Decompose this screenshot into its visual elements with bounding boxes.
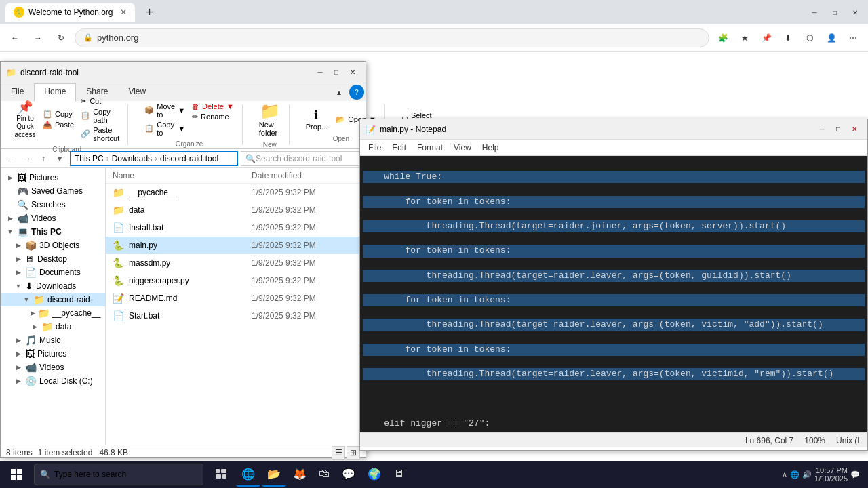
- sidebar-item-videos-2[interactable]: ▶ 📹 Videos: [1, 361, 105, 374]
- expand-icon[interactable]: ▶: [31, 309, 35, 317]
- sidebar-item-this-pc[interactable]: ▼ 💻 This PC: [1, 225, 105, 239]
- breadcrumb-part-2[interactable]: Downloads: [112, 154, 152, 163]
- expand-icon[interactable]: ▶: [14, 241, 22, 249]
- file-item-massdm-py[interactable]: 🐍 massdm.py 1/9/2025 9:32 PM: [106, 254, 366, 272]
- browser-maximize-button[interactable]: □: [827, 5, 842, 20]
- new-folder-button[interactable]: 📁 New folder: [256, 100, 283, 138]
- delete-button[interactable]: 🗑Delete▼: [189, 102, 237, 111]
- fe-forward-button[interactable]: →: [20, 151, 35, 166]
- taskbar-app-unknown[interactable]: 🖥: [388, 462, 410, 487]
- volume-icon[interactable]: 🔊: [802, 470, 812, 479]
- sidebar-item-documents[interactable]: ▶ 📄 Documents: [1, 266, 105, 279]
- notepad-close-button[interactable]: ✕: [847, 122, 862, 137]
- expand-icon[interactable]: [6, 187, 14, 195]
- ribbon-tab-view[interactable]: View: [118, 83, 156, 101]
- properties-button[interactable]: ℹ Prop...: [303, 106, 330, 132]
- collections-icon[interactable]: 📌: [757, 28, 776, 47]
- expand-icon[interactable]: ▶: [6, 174, 14, 182]
- sidebar-item-music[interactable]: ▶ 🎵 Music: [1, 333, 105, 347]
- fe-maximize-button[interactable]: □: [329, 65, 344, 80]
- profile-icon[interactable]: 👤: [822, 28, 841, 47]
- ribbon-collapse-button[interactable]: ▲: [332, 85, 347, 100]
- browser-tab[interactable]: 🐍 Welcome to Python.org ✕: [5, 3, 135, 22]
- expand-icon[interactable]: ▶: [14, 268, 22, 277]
- sidebar-item-saved-games[interactable]: 🎮 Saved Games: [1, 184, 105, 198]
- sidebar-item-local-disk[interactable]: ▶ 💿 Local Disk (C:): [1, 374, 105, 388]
- split-screen-icon[interactable]: ⬡: [800, 28, 819, 47]
- ribbon-help-button[interactable]: ?: [349, 85, 364, 100]
- column-name-header[interactable]: Name: [111, 169, 252, 182]
- expand-icon[interactable]: ▶: [31, 323, 39, 331]
- pin-to-quick-access-button[interactable]: 📌 Pin to Quick access: [12, 98, 39, 140]
- large-icons-view-button[interactable]: ⊞: [347, 446, 360, 460]
- forward-button[interactable]: →: [28, 28, 47, 47]
- start-button[interactable]: [3, 462, 30, 487]
- sidebar-item-desktop[interactable]: ▶ 🖥 Desktop: [1, 252, 105, 266]
- browser-close-button[interactable]: ✕: [848, 5, 863, 20]
- new-tab-button[interactable]: +: [140, 3, 159, 22]
- file-item-start-bat[interactable]: 📄 Start.bat 1/9/2025 9:32 PM: [106, 307, 366, 325]
- refresh-button[interactable]: ↻: [52, 28, 71, 47]
- sidebar-item-downloads[interactable]: ▼ ⬇ Downloads: [1, 279, 105, 293]
- sidebar-item-discord-raid-tool[interactable]: ▼ 📁 discord-raid-: [1, 293, 105, 306]
- fe-search-box[interactable]: 🔍 Search discord-raid-tool: [241, 151, 363, 166]
- file-item-readme-md[interactable]: 📝 README.md 1/9/2025 9:32 PM: [106, 289, 366, 307]
- sidebar-item-data[interactable]: ▶ 📁 data: [1, 320, 105, 333]
- file-item-pycache[interactable]: 📁 __pycache__ 1/9/2025 9:32 PM: [106, 184, 366, 201]
- rename-button[interactable]: ✏Rename: [189, 112, 237, 122]
- fe-up-button[interactable]: ↑: [36, 151, 51, 166]
- task-view-button[interactable]: [208, 462, 235, 487]
- breadcrumb-part-1[interactable]: This PC: [75, 154, 104, 163]
- tab-close-button[interactable]: ✕: [120, 7, 127, 17]
- code-editor[interactable]: while True: for token in tokens: threadi…: [360, 156, 867, 432]
- fe-close-button[interactable]: ✕: [345, 65, 360, 80]
- copy-button[interactable]: 📋Copy: [40, 109, 77, 119]
- browser-minimize-button[interactable]: ─: [807, 5, 822, 20]
- file-item-niggerscraper-py[interactable]: 🐍 niggerscraper.py 1/9/2025 9:32 PM: [106, 272, 366, 289]
- taskbar-clock[interactable]: 10:57 PM 1/10/2025: [814, 466, 848, 483]
- expand-icon[interactable]: ▼: [14, 282, 22, 290]
- taskbar-app-chrome[interactable]: 🌍: [362, 462, 387, 487]
- network-icon[interactable]: 🌐: [790, 470, 800, 479]
- expand-icon[interactable]: ▼: [6, 228, 14, 236]
- system-tray-icons[interactable]: ∧: [782, 470, 787, 479]
- sidebar-item-pictures-1[interactable]: ▶ 🖼 Pictures: [1, 171, 105, 184]
- copy-path-button[interactable]: 📋Copy path: [78, 107, 122, 125]
- taskbar-app-store[interactable]: 🛍: [313, 462, 335, 487]
- fe-breadcrumb[interactable]: This PC › Downloads › discord-raid-tool: [70, 151, 238, 166]
- cut-button[interactable]: ✂Cut: [78, 96, 122, 106]
- fe-recent-locations-button[interactable]: ▼: [52, 151, 67, 166]
- file-item-main-py[interactable]: 🐍 main.py 1/9/2025 9:32 PM: [106, 237, 366, 254]
- fe-back-button[interactable]: ←: [3, 151, 18, 166]
- breadcrumb-part-3[interactable]: discord-raid-tool: [160, 154, 218, 163]
- notepad-menu-edit[interactable]: Edit: [387, 142, 412, 154]
- taskbar-app-file-explorer[interactable]: 📂: [262, 462, 286, 487]
- taskbar-search-box[interactable]: 🔍 Type here to search: [34, 464, 203, 485]
- notepad-menu-view[interactable]: View: [448, 142, 477, 154]
- expand-icon[interactable]: ▶: [6, 214, 14, 222]
- taskbar-app-edge[interactable]: 🌐: [236, 462, 260, 487]
- expand-icon[interactable]: ▼: [22, 296, 31, 304]
- more-menu-icon[interactable]: ⋯: [844, 28, 863, 47]
- file-item-install-bat[interactable]: 📄 Install.bat 1/9/2025 9:32 PM: [106, 219, 366, 237]
- favorites-icon[interactable]: ★: [735, 28, 754, 47]
- expand-icon[interactable]: [6, 201, 14, 209]
- sidebar-item-pycache[interactable]: ▶ 📁 __pycache__: [1, 306, 105, 320]
- back-button[interactable]: ←: [5, 28, 24, 47]
- fe-minimize-button[interactable]: ─: [313, 65, 328, 80]
- notification-icon[interactable]: 💬: [850, 470, 860, 479]
- sidebar-item-videos-1[interactable]: ▶ 📹 Videos: [1, 211, 105, 225]
- sidebar-item-searches[interactable]: 🔍 Searches: [1, 198, 105, 211]
- extensions-icon[interactable]: 🧩: [713, 28, 732, 47]
- details-view-button[interactable]: ☰: [332, 446, 345, 460]
- taskbar-app-firefox[interactable]: 🦊: [288, 462, 312, 487]
- notepad-menu-file[interactable]: File: [363, 142, 387, 154]
- copy-to-button[interactable]: 📋Copy to▼: [142, 120, 188, 138]
- notepad-menu-format[interactable]: Format: [412, 142, 448, 154]
- sidebar-item-pictures-2[interactable]: ▶ 🖼 Pictures: [1, 347, 105, 361]
- move-to-button[interactable]: 📦Move to▼: [142, 102, 188, 119]
- paste-button[interactable]: 📥Paste: [40, 120, 77, 130]
- expand-icon[interactable]: ▶: [14, 336, 22, 344]
- expand-icon[interactable]: ▶: [14, 377, 22, 385]
- taskbar-app-discord[interactable]: 💬: [336, 462, 361, 487]
